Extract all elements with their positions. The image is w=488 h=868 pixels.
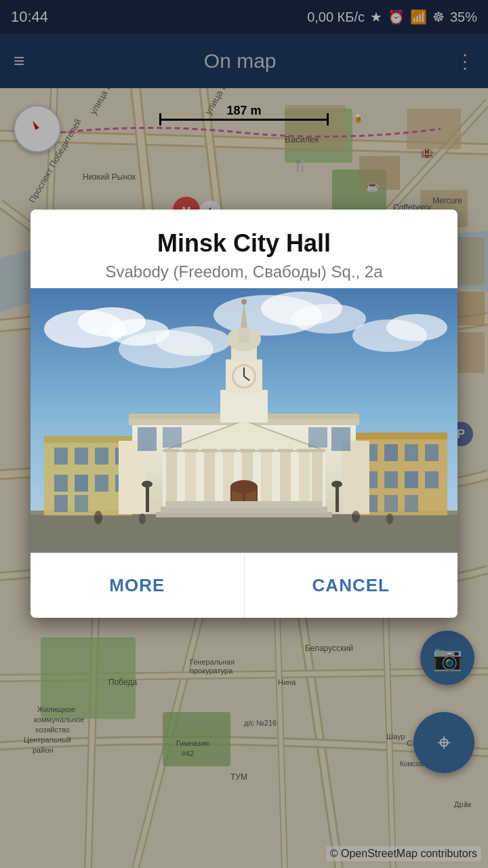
- svg-rect-82: [95, 475, 108, 492]
- svg-rect-121: [240, 449, 255, 452]
- svg-rect-81: [75, 475, 88, 492]
- svg-rect-124: [297, 449, 312, 452]
- svg-rect-87: [356, 433, 447, 439]
- svg-rect-129: [308, 427, 327, 448]
- svg-rect-80: [54, 475, 68, 492]
- svg-rect-127: [163, 427, 182, 448]
- svg-point-154: [142, 481, 152, 488]
- svg-rect-100: [119, 441, 146, 514]
- svg-rect-135: [220, 390, 268, 422]
- svg-point-71: [156, 326, 230, 356]
- svg-rect-119: [202, 449, 217, 452]
- svg-rect-118: [183, 449, 198, 452]
- svg-point-151: [352, 511, 360, 523]
- svg-rect-155: [336, 485, 339, 512]
- svg-point-149: [94, 511, 102, 524]
- svg-rect-78: [95, 448, 108, 465]
- svg-rect-76: [54, 448, 68, 465]
- svg-rect-101: [342, 441, 369, 514]
- dialog-header: Minsk City Hall Svabody (Freedom, Свабод…: [30, 210, 458, 288]
- svg-point-69: [386, 314, 447, 341]
- svg-rect-122: [259, 449, 274, 452]
- svg-rect-95: [425, 471, 439, 488]
- cancel-button[interactable]: CANCEL: [245, 553, 458, 618]
- svg-rect-97: [384, 495, 398, 512]
- dialog-title: Minsk City Hall: [47, 229, 441, 258]
- dialog-actions: MORE CANCEL: [30, 553, 458, 618]
- dialog: Minsk City Hall Svabody (Freedom, Свабод…: [30, 210, 458, 617]
- svg-rect-84: [54, 495, 68, 512]
- svg-rect-98: [405, 495, 418, 512]
- modal-overlay: Minsk City Hall Svabody (Freedom, Свабод…: [0, 0, 488, 868]
- svg-rect-90: [405, 444, 418, 461]
- svg-point-156: [331, 481, 342, 488]
- svg-rect-153: [146, 485, 149, 512]
- svg-rect-120: [221, 449, 236, 452]
- svg-rect-117: [164, 449, 179, 452]
- svg-rect-148: [165, 501, 323, 508]
- svg-point-150: [139, 513, 146, 524]
- svg-rect-94: [405, 471, 418, 488]
- svg-point-67: [291, 304, 366, 334]
- svg-rect-89: [384, 444, 398, 461]
- svg-rect-123: [278, 449, 293, 452]
- svg-rect-143: [239, 328, 249, 342]
- more-button[interactable]: MORE: [30, 553, 245, 618]
- dialog-subtitle: Svabody (Freedom, Свабоды) Sq., 2a: [47, 262, 441, 281]
- svg-point-145: [241, 299, 247, 304]
- svg-point-152: [386, 513, 393, 524]
- dialog-image: [30, 288, 458, 553]
- svg-rect-126: [138, 427, 157, 451]
- svg-rect-128: [331, 427, 350, 451]
- svg-rect-85: [75, 495, 88, 512]
- svg-rect-93: [384, 471, 398, 488]
- svg-rect-77: [75, 448, 88, 465]
- svg-point-134: [230, 480, 258, 494]
- svg-rect-91: [425, 444, 439, 461]
- svg-rect-125: [310, 449, 325, 452]
